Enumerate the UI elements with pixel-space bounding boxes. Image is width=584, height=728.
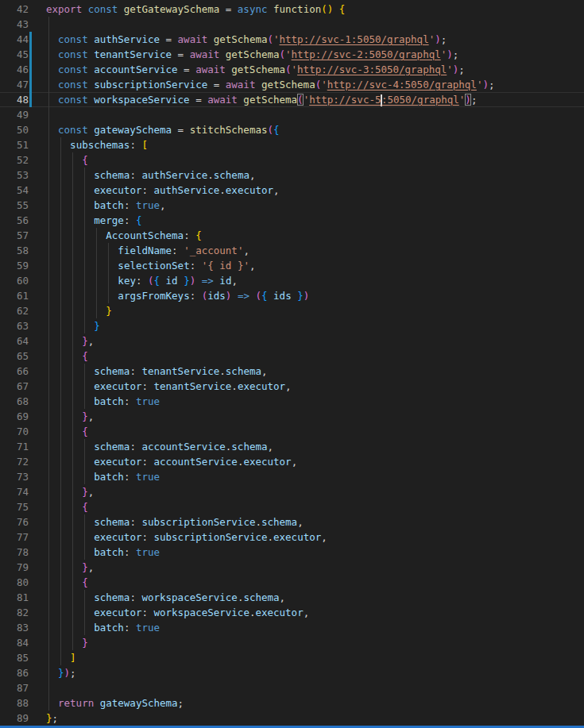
indent-guide [60,288,61,303]
line-number[interactable]: 46 [0,62,29,77]
code-line[interactable]: 74}, [0,484,584,499]
line-number[interactable]: 70 [0,424,29,439]
code-line[interactable]: 62} [0,303,584,318]
code-line[interactable]: 42export const getGatewaySchema = async … [0,2,584,17]
line-number[interactable]: 61 [0,288,29,303]
code-line[interactable]: 83batch: true [0,620,584,635]
code-line[interactable]: 70{ [0,424,584,439]
code-line[interactable]: 66schema: tenantService.schema, [0,364,584,379]
line-number[interactable]: 65 [0,349,29,364]
line-number[interactable]: 81 [0,590,29,605]
code-line[interactable]: 89}; [0,711,584,726]
code-line[interactable]: 57AccountSchema: { [0,228,584,243]
code-line[interactable]: 68batch: true [0,394,584,409]
line-number[interactable]: 89 [0,711,29,726]
line-number[interactable]: 64 [0,333,29,349]
line-number[interactable]: 56 [0,213,29,228]
line-number[interactable]: 72 [0,454,29,469]
code-line[interactable]: 67executor: tenantService.executor, [0,379,584,394]
code-line[interactable]: 81schema: workspaceService.schema, [0,590,584,605]
line-number[interactable]: 87 [0,680,29,695]
code-line[interactable]: 47const subscriptionService = await getS… [0,77,584,92]
line-number[interactable]: 67 [0,379,29,394]
code-line[interactable]: 54executor: authService.executor, [0,183,584,198]
line-number[interactable]: 53 [0,168,29,183]
code-line[interactable]: 64}, [0,333,584,349]
line-number[interactable]: 47 [0,77,29,92]
code-line[interactable]: 53schema: authService.schema, [0,168,584,183]
code-line[interactable]: 63} [0,318,584,333]
line-number[interactable]: 84 [0,635,29,650]
code-line[interactable]: 69}, [0,409,584,424]
line-number[interactable]: 59 [0,258,29,273]
code-line[interactable]: 72executor: accountService.executor, [0,454,584,469]
line-number[interactable]: 63 [0,318,29,333]
code-line[interactable]: 86}); [0,665,584,680]
code-line[interactable]: 84} [0,635,584,650]
code-line[interactable]: 87 [0,680,584,695]
line-number[interactable]: 68 [0,394,29,409]
line-number[interactable]: 45 [0,47,29,62]
code-line[interactable]: 61argsFromKeys: (ids) => ({ ids }) [0,288,584,303]
code-line[interactable]: 46const accountService = await getSchema… [0,62,584,77]
code-line[interactable]: 59selectionSet: '{ id }', [0,258,584,273]
line-number[interactable]: 42 [0,2,29,17]
line-number[interactable]: 79 [0,560,29,575]
code-content: } [46,318,584,333]
code-line[interactable]: 85] [0,650,584,665]
code-line[interactable]: 43 [0,17,584,32]
line-number[interactable]: 43 [0,17,29,32]
line-number[interactable]: 57 [0,228,29,243]
code-line[interactable]: 55batch: true, [0,198,584,213]
code-line[interactable]: 56merge: { [0,213,584,228]
line-number[interactable]: 71 [0,439,29,454]
code-line[interactable]: 45const tenantService = await getSchema(… [0,47,584,62]
line-number[interactable]: 60 [0,273,29,288]
line-number[interactable]: 49 [0,107,29,122]
code-content: export const getGatewaySchema = async fu… [46,2,584,17]
line-number[interactable]: 62 [0,303,29,318]
code-line[interactable]: 77executor: subscriptionService.executor… [0,530,584,545]
code-line[interactable]: 76schema: subscriptionService.schema, [0,514,584,530]
line-number[interactable]: 78 [0,545,29,560]
line-number[interactable]: 48 [0,92,29,107]
code-line[interactable]: 71schema: accountService.schema, [0,439,584,454]
line-number[interactable]: 52 [0,152,29,168]
line-number[interactable]: 77 [0,530,29,545]
code-line[interactable]: 82executor: workspaceService.executor, [0,605,584,620]
code-line[interactable]: 49 [0,107,584,122]
code-line[interactable]: 65{ [0,349,584,364]
code-line[interactable]: 75{ [0,499,584,514]
line-number[interactable]: 75 [0,499,29,514]
line-number[interactable]: 88 [0,695,29,711]
line-number[interactable]: 54 [0,183,29,198]
line-number[interactable]: 66 [0,364,29,379]
code-line[interactable]: 58fieldName: '_account', [0,243,584,258]
code-line[interactable]: 88return gatewaySchema; [0,695,584,711]
line-number[interactable]: 50 [0,122,29,137]
line-number[interactable]: 58 [0,243,29,258]
line-number[interactable]: 55 [0,198,29,213]
line-number[interactable]: 44 [0,32,29,47]
line-number[interactable]: 85 [0,650,29,665]
line-number[interactable]: 73 [0,469,29,484]
code-line[interactable]: 52{ [0,152,584,168]
code-line[interactable]: 44const authService = await getSchema('h… [0,32,584,47]
line-number[interactable]: 76 [0,514,29,530]
code-line[interactable]: 60key: ({ id }) => id, [0,273,584,288]
code-line[interactable]: 78batch: true [0,545,584,560]
code-line[interactable]: 80{ [0,575,584,590]
indent-guide [84,394,85,409]
line-number[interactable]: 51 [0,137,29,152]
line-number[interactable]: 74 [0,484,29,499]
code-line[interactable]: 48const workspaceService = await getSche… [0,92,584,107]
line-number[interactable]: 82 [0,605,29,620]
code-line[interactable]: 73batch: true [0,469,584,484]
line-number[interactable]: 69 [0,409,29,424]
line-number[interactable]: 86 [0,665,29,680]
code-line[interactable]: 79}, [0,560,584,575]
line-number[interactable]: 80 [0,575,29,590]
line-number[interactable]: 83 [0,620,29,635]
code-line[interactable]: 51subschemas: [ [0,137,584,152]
code-line[interactable]: 50const gatewaySchema = stitchSchemas({ [0,122,584,137]
